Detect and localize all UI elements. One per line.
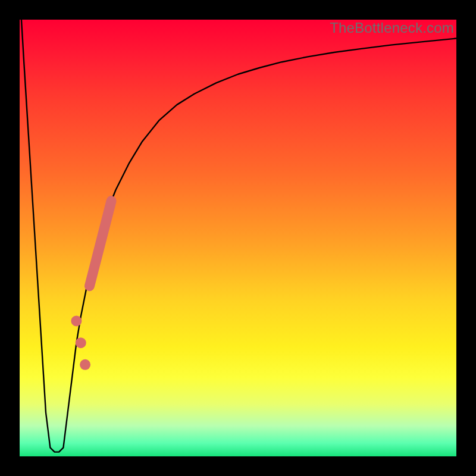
highlight-dot (71, 315, 82, 326)
highlight-dot (76, 337, 86, 348)
chart-frame: TheBottleneck.com (0, 0, 476, 476)
bottleneck-curve (21, 20, 456, 452)
watermark-text: TheBottleneck.com (330, 20, 454, 36)
plot-area: TheBottleneck.com (20, 20, 456, 456)
highlight-thick-segment (89, 201, 111, 286)
highlight-dot (80, 359, 90, 370)
curve-layer (20, 20, 456, 456)
